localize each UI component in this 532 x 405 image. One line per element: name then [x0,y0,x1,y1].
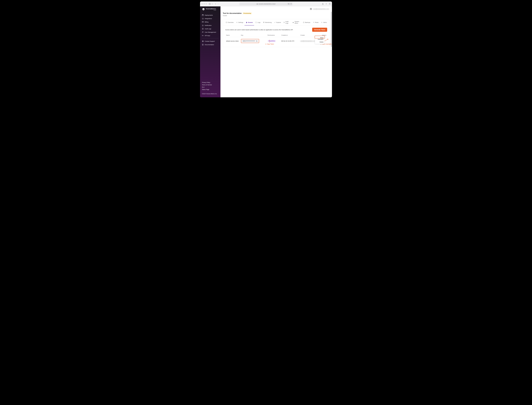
nav-label: User Management [205,31,216,33]
dropdown-show-examples[interactable]: Show examples [315,36,325,41]
tab-explore[interactable]: Explore [273,19,282,26]
settings-icon [236,22,238,23]
url-text: console.victoriametrics.cloud [258,3,275,5]
footer-link-sla[interactable]: SLA [202,87,219,88]
close-dot[interactable] [201,3,203,5]
tab-auditlogs[interactable]: Audit Logs [282,19,291,26]
svg-rect-2 [257,4,258,5]
tab-label: Rules [315,22,319,23]
key-value: 3d31•••••••••••••••••••• [243,40,255,42]
tab-systemalerts[interactable]: System Alerts [291,19,302,26]
sidebar-item-support[interactable]: Contact Support [200,40,220,43]
dropdown-delete[interactable]: Delete [315,41,325,43]
alerts-warn-icon [293,22,294,23]
user-badge-icon [310,8,312,10]
svg-rect-35 [226,22,227,23]
svg-rect-42 [263,22,264,23]
tab-rules[interactable]: Rules [312,19,320,26]
sidebar-item-billing[interactable]: Billing [200,20,220,24]
svg-rect-39 [256,22,257,23]
apikeys-icon [202,35,204,36]
tab-label: System Alerts [294,21,300,24]
col-created: Created at [280,34,299,37]
scrollbar[interactable] [331,12,332,97]
svg-point-17 [202,32,203,32]
access-description: Access tokens are used in token-based au… [225,29,293,31]
tab-alerts[interactable]: Alerts [320,19,328,26]
svg-point-24 [203,41,203,41]
lock-icon [246,22,247,23]
new-tab-icon[interactable] [326,3,327,5]
sidebar-item-auditlogs[interactable]: Audit Logs [200,27,220,30]
nav-label: Documentation [205,44,214,46]
col-name: Name [225,34,240,37]
billing-icon [202,21,204,23]
sidebar-toggle-icon[interactable] [209,3,211,5]
titlebar: console.victoriametrics.cloud [200,1,332,6]
tabs-icon[interactable] [329,3,331,5]
cell-name: default access token [225,37,240,45]
url-bar[interactable]: console.victoriametrics.cloud [239,2,293,6]
sidebar-item-docs[interactable]: Documentation [200,43,220,46]
tab-overview[interactable]: Overview [224,19,235,26]
svg-point-37 [237,22,237,23]
explore-icon [274,22,276,23]
generate-token-button[interactable]: Generate Token [312,28,327,32]
svg-rect-43 [264,22,264,23]
tab-access[interactable]: Access [245,19,254,26]
sidebar-footer: Privacy Policy Terms of Service SLA Stat… [200,82,220,96]
creator-value: user@victoriametrics.com [300,40,316,42]
window-controls[interactable] [201,3,207,5]
sidebar-item-deployments[interactable]: Deployments [200,14,220,17]
footer-link-privacy[interactable]: Privacy Policy [202,82,219,83]
tab-label: Logs [258,22,260,23]
support-icon [202,40,204,42]
fullscreen-dot[interactable] [206,3,207,5]
auditlogs-icon [202,28,204,30]
forward-icon[interactable] [217,3,219,5]
minimize-dot[interactable] [204,3,205,5]
sidebar-item-notification[interactable]: Notification [200,24,220,27]
sidebar-item-integrations[interactable]: Integrations [200,17,220,20]
back-icon[interactable] [215,3,216,5]
logo[interactable]: VictoriaMetrics Cloud [200,8,220,12]
tab-monitoring[interactable]: Monitoring [262,19,273,26]
sidebar-item-usermgmt[interactable]: User Management [200,30,220,34]
svg-rect-12 [202,21,204,22]
footer-link-status[interactable]: Status Page [202,89,219,90]
tab-logs[interactable]: Logs [254,19,262,26]
page-title: Test for documentation [223,12,242,14]
chevron-down-icon[interactable] [212,3,213,5]
nav-label: API keys [205,35,210,36]
translate-icon[interactable] [288,3,290,5]
share-icon[interactable] [322,3,324,5]
bolt-icon [321,22,323,23]
annotation-copy-token: ↑ 1. Copy Token [265,39,274,45]
copy-icon[interactable] [256,40,257,42]
svg-point-18 [203,32,203,32]
tab-backups[interactable]: Backups [302,19,312,26]
svg-rect-40 [263,22,264,22]
logs-icon [255,22,257,23]
reload-icon[interactable] [290,3,292,5]
logo-icon [202,8,205,11]
status-badge: Provisioning [243,12,252,14]
rules-icon [313,22,314,23]
nav-label: Notification [205,25,212,26]
tab-label: Audit Logs [285,21,290,24]
col-permissions: Permissions [267,34,280,37]
svg-rect-41 [264,22,264,22]
tab-settings[interactable]: Settings [235,19,245,26]
lock-icon [257,3,258,5]
svg-rect-38 [246,22,247,23]
nav-label: Contact Support [205,40,215,42]
svg-rect-0 [209,3,211,5]
cell-key: 3d31•••••••••••••••••••• [240,37,267,45]
copyright: ©2024 Victoria Metrics Inc. [202,93,219,95]
key-box[interactable]: 3d31•••••••••••••••••••• [241,40,259,42]
page-subtitle: Cluster [223,15,330,16]
footer-link-tos[interactable]: Terms of Service [202,84,219,86]
sidebar-item-apikeys[interactable]: API keys [200,34,220,37]
header-user[interactable]: user@victoriametrics.com [310,8,329,10]
overview-icon [226,22,227,23]
